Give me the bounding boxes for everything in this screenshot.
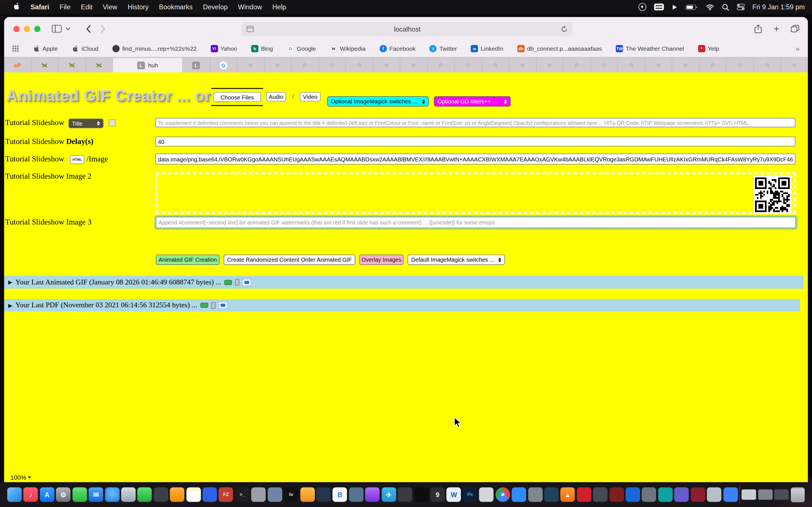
favorite-yelp[interactable]: * Yelp — [698, 45, 719, 52]
share-icon[interactable] — [754, 24, 762, 33]
dock-icon-app-slate[interactable] — [349, 487, 363, 502]
page-zoom-indicator[interactable]: 100% — [10, 474, 31, 481]
dock-icon-notes[interactable] — [186, 487, 201, 502]
tab-favorite-6[interactable]: ☆ — [373, 58, 400, 72]
sidebar-toggle-button[interactable] — [52, 25, 62, 33]
dock-icon-app-dark[interactable] — [154, 487, 168, 502]
dock-icon-facetime[interactable] — [137, 487, 152, 502]
dock-icon-app-crimson[interactable] — [691, 487, 705, 502]
dock-icon-app-blue2[interactable] — [626, 487, 640, 502]
favorite-facebook[interactable]: f Facebook — [379, 45, 416, 52]
favorites-grid-icon[interactable] — [12, 46, 18, 52]
dock-icon-zoom[interactable] — [512, 487, 526, 502]
gif-preview-icon[interactable] — [200, 302, 208, 307]
disclosure-triangle-icon[interactable]: ▶ — [8, 279, 12, 285]
dock-icon-word[interactable]: W — [447, 487, 461, 502]
tab-favorite-2[interactable]: ☆ — [264, 58, 292, 72]
overlay-images-button[interactable]: Overlay Images — [359, 255, 403, 265]
dock-icon-music[interactable]: ♪ — [23, 487, 38, 502]
dock-icon-mail[interactable]: ✉ — [89, 487, 103, 502]
choose-files-button[interactable]: Choose Files — [213, 92, 261, 102]
dock-icon-app-globe[interactable] — [544, 487, 559, 502]
tab-favorite-11[interactable]: ☆ — [509, 58, 536, 72]
minimized-window-2[interactable] — [758, 490, 772, 500]
dock-icon-vlc[interactable]: ▲ — [560, 487, 575, 502]
tab-editor-3[interactable] — [86, 58, 113, 72]
title-select[interactable]: Title — [68, 119, 103, 128]
address-bar[interactable]: localhost — [241, 22, 573, 36]
tab-cpanel[interactable]: cP — [4, 58, 31, 72]
tab-favorite-5[interactable]: ☆ — [346, 58, 373, 72]
dock-icon-safari[interactable] — [105, 487, 119, 502]
zoom-window-button[interactable] — [34, 25, 40, 32]
trash-icon[interactable] — [791, 487, 805, 502]
gd-filters-select[interactable]: Optional GD filters++ ... — [434, 96, 511, 107]
watermark-comment-input[interactable] — [156, 217, 796, 228]
dock-icon-bear[interactable]: B — [333, 487, 347, 502]
dock-icon-launchpad[interactable] — [121, 487, 136, 502]
dock-icon-podcasts[interactable] — [365, 487, 379, 502]
tab-favorite-9[interactable]: ☆ — [455, 58, 482, 72]
back-button[interactable] — [86, 24, 91, 33]
menu-history[interactable]: History — [122, 3, 154, 11]
dock-icon-app-graphite[interactable] — [398, 487, 412, 502]
tab-favorite-13[interactable]: ☆ — [563, 58, 591, 72]
tab-active-huh[interactable]: L huh — [113, 58, 183, 72]
last-pdf-details[interactable]: ▶ Your Last PDF (November 03 2021 06:14:… — [4, 299, 800, 312]
dock-icon-terminal[interactable]: >_ — [235, 487, 250, 502]
tab-favorite-18[interactable]: ☆ — [700, 58, 726, 72]
dock-icon-system-settings[interactable]: ⚙ — [56, 487, 70, 502]
reload-icon[interactable] — [561, 25, 567, 33]
dock-icon-app-navy[interactable] — [316, 487, 331, 502]
tab-favorite-15[interactable]: ☆ — [618, 58, 645, 72]
forward-button[interactable] — [100, 24, 105, 33]
menu-app-name[interactable]: Safari — [26, 3, 54, 11]
disclosure-triangle-icon[interactable]: ▶ — [8, 302, 12, 308]
image-data-uri-input[interactable] — [155, 154, 795, 165]
menu-window[interactable]: Window — [233, 3, 267, 11]
tab-favorite-17[interactable]: ☆ — [672, 58, 699, 72]
dock-icon-app-mid[interactable] — [528, 487, 543, 502]
dock-icon-app-steel[interactable] — [267, 487, 282, 502]
mobile-icon[interactable] — [211, 302, 215, 309]
menu-help[interactable]: Help — [267, 3, 292, 11]
last-animated-gif-details[interactable]: ▶ Your Last Animated GIF (January 08 202… — [4, 276, 804, 289]
favorite-icloud[interactable]: iCloud — [71, 45, 98, 52]
tab-favorite-7[interactable]: ☆ — [400, 58, 427, 72]
tab-favorite-20[interactable]: ☆ — [754, 58, 781, 72]
tab-favorite-16[interactable]: ☆ — [645, 58, 672, 72]
menu-edit[interactable]: Edit — [75, 3, 98, 11]
dock-icon-messages[interactable] — [72, 487, 87, 502]
favorite-twitter[interactable]: t Twitter — [429, 45, 457, 52]
dock-icon-chrome[interactable] — [495, 487, 510, 502]
control-center-icon[interactable] — [737, 4, 745, 10]
minimized-window-1[interactable] — [742, 490, 756, 500]
favorite-weather-channel[interactable]: TW The Weather Channel — [616, 45, 684, 52]
menu-bookmarks[interactable]: Bookmarks — [154, 3, 198, 11]
favorite-find-minus[interactable]: find_minus....rep+%22s%22 — [112, 45, 197, 52]
dock-icon-app-gray2[interactable] — [642, 487, 656, 502]
dock-icon-app-light[interactable] — [479, 487, 493, 502]
minimize-window-button[interactable] — [24, 25, 30, 32]
tab-overview-icon[interactable] — [791, 25, 800, 33]
stamp-icon[interactable] — [218, 302, 227, 309]
tab-google[interactable]: G — [210, 58, 237, 72]
image2-dropzone[interactable] — [155, 172, 796, 214]
dock-icon-numbers-badge[interactable]: 9 — [430, 487, 445, 502]
sidebar-chevron-icon[interactable] — [66, 27, 70, 30]
audio-button[interactable]: Audio — [266, 92, 286, 101]
tab-favorite-8[interactable]: ☆ — [427, 58, 455, 72]
dock-icon-app-purple[interactable] — [674, 487, 689, 502]
dock-icon-tv[interactable]: tv — [284, 487, 298, 502]
tab-favorite-1[interactable]: ☆ — [237, 58, 264, 72]
menu-file[interactable]: File — [54, 3, 75, 11]
now-playing-icon[interactable] — [672, 4, 678, 10]
tab-favorite-10[interactable]: ☆ — [482, 58, 509, 72]
minimized-window-3[interactable] — [774, 490, 789, 500]
imagemagick-switches-select[interactable]: Optional ImageMagick switches ... — [327, 96, 429, 107]
menu-develop[interactable]: Develop — [198, 3, 233, 11]
favorite-wikipedia[interactable]: W Wikipedia — [330, 45, 365, 52]
dock-icon-app-store[interactable]: A — [40, 487, 54, 502]
dock-icon-app-silver[interactable] — [707, 487, 721, 502]
tab-favorite-12[interactable]: ☆ — [536, 58, 563, 72]
